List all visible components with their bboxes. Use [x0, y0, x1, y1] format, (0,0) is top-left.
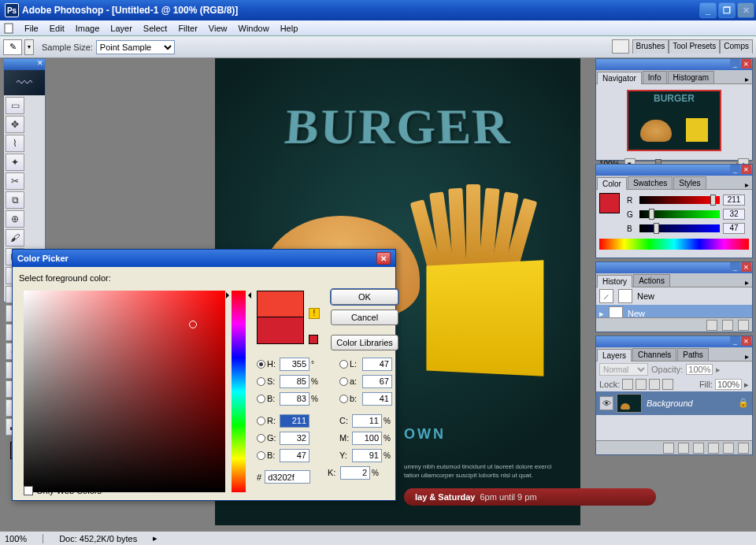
y-input[interactable] [352, 449, 382, 462]
dropdown-icon[interactable]: ▸ [716, 365, 721, 375]
current-color-preview[interactable] [257, 317, 304, 344]
l-input[interactable] [362, 358, 392, 371]
panel-close-icon[interactable]: ✕ [741, 165, 751, 174]
adjustment-icon[interactable] [708, 443, 719, 454]
h-radio[interactable] [257, 360, 265, 369]
status-menu-icon[interactable]: ▸ [153, 533, 158, 543]
panel-menu-icon[interactable]: ▸ [745, 75, 749, 83]
hue-slider[interactable] [232, 291, 246, 492]
cancel-button[interactable]: Cancel [331, 310, 398, 325]
r-input[interactable] [280, 414, 309, 428]
hex-input[interactable] [265, 470, 310, 484]
heal-tool[interactable]: ⊕ [6, 210, 24, 228]
color-header[interactable]: _✕ [596, 165, 752, 176]
g-slider[interactable] [639, 210, 720, 218]
b-slider[interactable] [639, 224, 720, 232]
tab-histogram[interactable]: Histogram [668, 71, 715, 83]
h-input[interactable] [280, 358, 309, 371]
s-radio[interactable] [257, 377, 265, 386]
eyedropper-icon[interactable]: ✎ [3, 39, 22, 55]
marquee-tool[interactable]: ▭ [6, 97, 24, 114]
panel-close-icon[interactable]: ✕ [741, 336, 751, 346]
color-spectrum[interactable] [599, 239, 749, 250]
status-doc-size[interactable]: Doc: 452,2K/0 bytes [59, 534, 137, 543]
maximize-button[interactable]: ❐ [718, 2, 736, 18]
minimize-button[interactable]: _ [699, 2, 717, 18]
tab-channels[interactable]: Channels [632, 348, 676, 361]
wand-tool[interactable]: ✦ [6, 154, 24, 171]
close-button[interactable]: ✕ [737, 2, 754, 18]
panel-minimize-icon[interactable]: _ [730, 262, 740, 272]
dialog-titlebar[interactable]: Color Picker ✕ [13, 250, 395, 267]
color-field[interactable] [24, 291, 225, 492]
blab-radio[interactable] [339, 395, 348, 403]
tab-navigator[interactable]: Navigator [597, 72, 642, 84]
only-web-checkbox[interactable] [24, 486, 33, 495]
panel-menu-icon[interactable]: ▸ [745, 278, 749, 287]
ok-button[interactable]: OK [331, 289, 398, 305]
bhsb-input[interactable] [280, 392, 309, 406]
visibility-icon[interactable]: 👁 [599, 396, 613, 410]
fill-value[interactable]: 100% [715, 379, 742, 390]
tab-brushes[interactable]: Brushes [632, 39, 669, 54]
hue-handle[interactable] [228, 292, 250, 298]
b-radio[interactable] [257, 395, 265, 403]
sample-size-select[interactable]: Point Sample [96, 40, 175, 54]
tab-info[interactable]: Info [643, 71, 667, 83]
new-set-icon[interactable] [693, 443, 704, 454]
g-radio[interactable] [257, 434, 265, 443]
lasso-tool[interactable]: ⌇ [6, 135, 24, 152]
gamut-warning-icon[interactable]: ! [309, 308, 320, 319]
opacity-value[interactable]: 100% [686, 364, 713, 375]
tab-styles[interactable]: Styles [673, 176, 706, 189]
panel-close-icon[interactable]: ✕ [741, 59, 751, 69]
a-radio[interactable] [339, 377, 348, 386]
trash-icon[interactable] [738, 320, 749, 331]
panel-menu-icon[interactable]: ▸ [745, 352, 749, 361]
menu-image[interactable]: Image [70, 22, 106, 35]
tab-color[interactable]: Color [597, 177, 627, 190]
r-slider[interactable] [639, 196, 720, 204]
menu-edit[interactable]: Edit [44, 22, 70, 35]
menu-layer[interactable]: Layer [105, 22, 138, 35]
brush-tool[interactable]: 🖌 [6, 229, 24, 247]
r-radio[interactable] [257, 417, 265, 425]
layer-mask-icon[interactable] [678, 443, 689, 454]
move-tool[interactable]: ✥ [6, 116, 24, 133]
layer-style-icon[interactable] [663, 443, 674, 454]
k-input[interactable] [340, 466, 370, 480]
history-header[interactable]: _✕ [596, 262, 752, 273]
blend-mode-select[interactable]: Normal [599, 363, 648, 376]
status-zoom[interactable]: 100% [5, 534, 27, 543]
s-input[interactable] [280, 375, 309, 388]
m-input[interactable] [352, 432, 382, 445]
panel-menu-icon[interactable]: ▸ [745, 180, 749, 189]
panel-minimize-icon[interactable]: _ [730, 59, 740, 69]
lock-transparency-icon[interactable] [622, 379, 633, 390]
crop-tool[interactable]: ✂ [6, 172, 24, 190]
slice-tool[interactable]: ⧉ [6, 191, 24, 209]
color-libraries-button[interactable]: Color Libraries [331, 335, 398, 350]
brgb-radio[interactable] [257, 451, 265, 460]
panel-minimize-icon[interactable]: _ [730, 336, 740, 346]
new-layer-icon[interactable] [723, 443, 734, 454]
lock-all-icon[interactable] [662, 379, 673, 390]
layer-row[interactable]: 👁 Background 🔒 [596, 391, 752, 415]
tab-paths[interactable]: Paths [677, 348, 709, 361]
r-value[interactable]: 211 [723, 195, 745, 206]
tab-history[interactable]: History [597, 275, 632, 287]
menu-help[interactable]: Help [275, 22, 304, 35]
color-swatch[interactable] [599, 193, 620, 213]
g-input[interactable] [280, 432, 309, 445]
dialog-close-button[interactable]: ✕ [376, 252, 391, 265]
trash-icon[interactable] [738, 443, 749, 454]
menu-file[interactable]: File [19, 22, 44, 35]
layer-thumbnail[interactable] [617, 394, 642, 413]
layers-header[interactable]: _✕ [596, 336, 752, 347]
file-browser-icon[interactable] [612, 39, 629, 54]
new-snapshot-icon[interactable] [722, 320, 733, 331]
blab-input[interactable] [362, 392, 392, 406]
navigator-header[interactable]: _✕ [596, 59, 752, 70]
toolbox-header[interactable] [4, 59, 45, 70]
lock-move-icon[interactable] [649, 379, 660, 390]
